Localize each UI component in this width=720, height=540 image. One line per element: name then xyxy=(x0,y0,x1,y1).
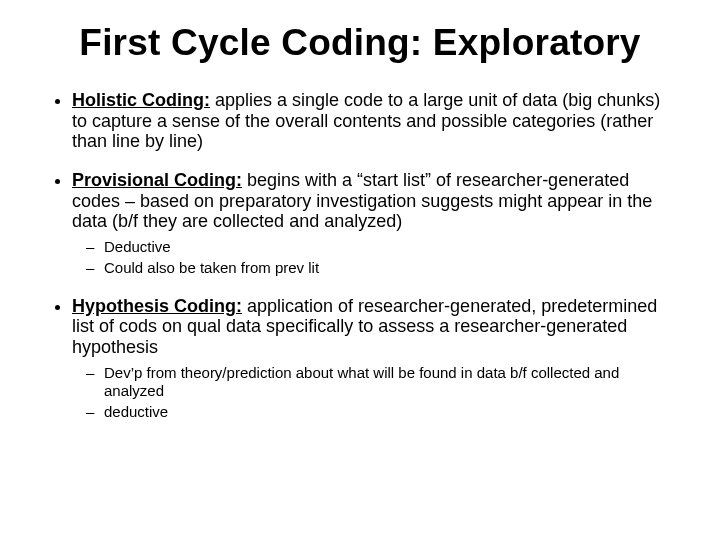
sub-list: Dev’p from theory/prediction about what … xyxy=(72,364,676,422)
item-lead: Provisional Coding: xyxy=(72,170,242,190)
bullet-list: Holistic Coding: applies a single code t… xyxy=(44,90,676,422)
sub-list-item: Could also be taken from prev lit xyxy=(104,259,676,278)
item-lead: Holistic Coding: xyxy=(72,90,210,110)
item-lead: Hypothesis Coding: xyxy=(72,296,242,316)
list-item: Provisional Coding: begins with a “start… xyxy=(72,170,676,278)
slide: First Cycle Coding: Exploratory Holistic… xyxy=(0,0,720,540)
sub-list: Deductive Could also be taken from prev … xyxy=(72,238,676,278)
slide-title: First Cycle Coding: Exploratory xyxy=(44,22,676,64)
sub-list-item: deductive xyxy=(104,403,676,422)
list-item: Holistic Coding: applies a single code t… xyxy=(72,90,676,152)
sub-list-item: Dev’p from theory/prediction about what … xyxy=(104,364,676,402)
list-item: Hypothesis Coding: application of resear… xyxy=(72,296,676,422)
sub-list-item: Deductive xyxy=(104,238,676,257)
